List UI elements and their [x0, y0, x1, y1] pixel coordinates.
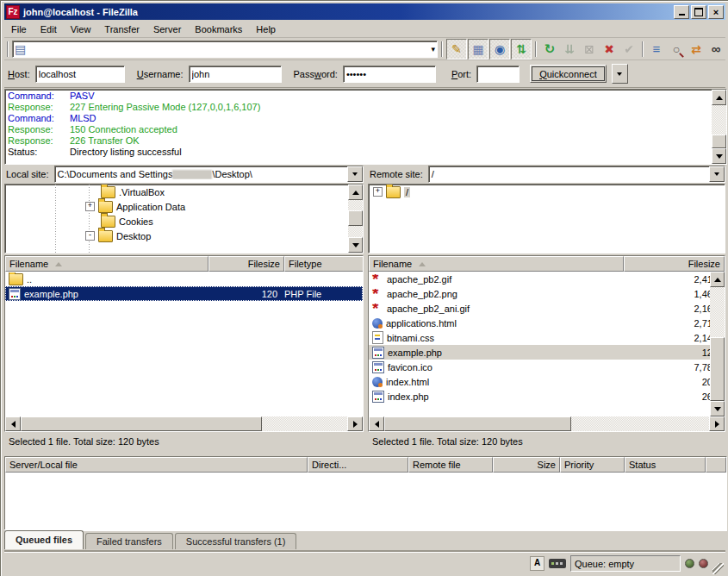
- tree-item-root[interactable]: + /: [369, 185, 725, 199]
- menu-help[interactable]: Help: [249, 22, 283, 36]
- quickconnect-dropdown[interactable]: [612, 64, 628, 84]
- refresh-button[interactable]: ↻: [540, 40, 559, 59]
- scroll-thumb[interactable]: [384, 416, 571, 431]
- toggle-remote-tree-button[interactable]: ◉: [489, 39, 510, 59]
- tree-expander-icon[interactable]: +: [85, 202, 95, 211]
- toggle-message-log-button[interactable]: ✎: [446, 39, 467, 59]
- scroll-thumb[interactable]: [712, 135, 726, 148]
- file-row-example-php[interactable]: example.php 120 PHP File 1: [5, 286, 363, 301]
- queue-column-priority[interactable]: Priority: [560, 457, 625, 473]
- cancel-operation-button[interactable]: ⊠: [580, 40, 599, 59]
- tab-failed-transfers[interactable]: Failed transfers: [85, 533, 173, 549]
- local-site-combobox[interactable]: C:\Documents and Settings\Desktop\: [54, 166, 364, 183]
- toolbar-separator: [7, 41, 9, 57]
- directory-comparison-icon: ≡: [653, 41, 661, 56]
- queue-column-size[interactable]: Size: [493, 457, 560, 473]
- log-scrollbar[interactable]: [712, 90, 726, 164]
- file-row-parent-dir[interactable]: ..: [5, 272, 363, 286]
- scroll-thumb[interactable]: [21, 416, 262, 431]
- toolbar-separator: [642, 41, 644, 57]
- folder-icon: [9, 273, 23, 285]
- menu-bookmarks[interactable]: Bookmarks: [188, 22, 249, 36]
- local-directory-tree: .VirtualBox +Application Data Cookies -D…: [4, 184, 364, 254]
- host-input[interactable]: [35, 66, 125, 83]
- file-row[interactable]: apache_pb2.png 1,463: [369, 286, 710, 301]
- file-row[interactable]: bitnami.css 2,142: [369, 330, 710, 345]
- file-row[interactable]: apache_pb2_ani.gif 2,160: [369, 301, 710, 316]
- process-queue-button[interactable]: ⇊: [560, 40, 579, 59]
- synchronized-browsing-icon: ⇄: [691, 42, 701, 56]
- local-column-filename[interactable]: Filename: [5, 256, 208, 272]
- close-button[interactable]: ×: [708, 5, 724, 19]
- local-status-text: Selected 1 file. Total size: 120 bytes: [4, 432, 364, 451]
- maximize-button[interactable]: [691, 5, 706, 19]
- scroll-thumb[interactable]: [348, 210, 363, 226]
- file-row[interactable]: applications.html 2,713: [369, 316, 710, 330]
- file-row[interactable]: index.php 267: [369, 389, 710, 404]
- menu-edit[interactable]: Edit: [34, 22, 64, 36]
- scroll-down-button[interactable]: [710, 401, 725, 416]
- local-site-dropdown[interactable]: [347, 166, 363, 182]
- remote-site-combobox[interactable]: /: [428, 166, 725, 183]
- scroll-right-button[interactable]: [347, 416, 363, 431]
- local-column-filesize[interactable]: Filesize: [208, 256, 284, 272]
- scroll-down-button[interactable]: [348, 237, 363, 253]
- quickconnect-button[interactable]: Quickconnect: [530, 65, 607, 83]
- scroll-up-button[interactable]: [710, 272, 725, 287]
- site-manager-dropdown-icon[interactable]: ▾: [431, 45, 435, 53]
- username-input[interactable]: [189, 66, 282, 83]
- site-manager-button[interactable]: ▤ ▾: [12, 41, 438, 58]
- scroll-right-button[interactable]: [709, 416, 725, 431]
- close-icon: ×: [713, 8, 719, 16]
- menu-server[interactable]: Server: [146, 22, 188, 36]
- filter-button[interactable]: ∞: [706, 40, 725, 59]
- file-row[interactable]: favicon.ico 7,782: [369, 360, 710, 374]
- tree-item-desktop[interactable]: -Desktop: [5, 229, 363, 243]
- port-input[interactable]: [476, 66, 520, 83]
- apache-file-icon: [372, 274, 383, 285]
- menu-view[interactable]: View: [64, 22, 98, 36]
- tree-item-cookies[interactable]: Cookies: [5, 214, 363, 229]
- file-row[interactable]: index.html 202: [369, 374, 710, 389]
- password-input[interactable]: [343, 66, 436, 83]
- remote-site-dropdown[interactable]: [709, 166, 725, 182]
- queue-column-remote-file[interactable]: Remote file: [408, 457, 493, 473]
- scroll-thumb[interactable]: [710, 337, 725, 401]
- tab-queued-files[interactable]: Queued files: [4, 530, 84, 549]
- host-label: Host:: [8, 69, 30, 79]
- remote-vscrollbar[interactable]: [710, 272, 725, 416]
- disconnect-button[interactable]: ✖: [600, 40, 619, 59]
- file-row-example-php[interactable]: example.php 120: [369, 345, 710, 360]
- tab-successful-transfers[interactable]: Successful transfers (1): [175, 533, 297, 549]
- local-hscrollbar[interactable]: [5, 416, 363, 431]
- scroll-down-button[interactable]: [712, 148, 726, 164]
- find-files-button[interactable]: ○: [667, 40, 686, 59]
- tree-item-virtualbox[interactable]: .VirtualBox: [5, 185, 363, 199]
- menu-file[interactable]: File: [4, 22, 34, 36]
- resize-grip[interactable]: [712, 563, 724, 574]
- remote-column-filesize[interactable]: Filesize: [624, 256, 725, 272]
- tree-expander-icon[interactable]: +: [373, 187, 383, 197]
- scroll-up-button[interactable]: [712, 90, 726, 105]
- toggle-transfer-queue-button[interactable]: ⇅: [511, 39, 532, 59]
- local-tree-scrollbar[interactable]: [348, 185, 363, 253]
- remote-column-filename[interactable]: Filename: [369, 256, 624, 272]
- local-file-list: Filename Filesize Filetype L .. example.…: [4, 255, 364, 432]
- toggle-local-tree-button[interactable]: ▦: [468, 39, 488, 59]
- scroll-left-button[interactable]: [369, 416, 384, 431]
- queue-column-direction[interactable]: Directi...: [308, 457, 408, 473]
- reconnect-button[interactable]: ✔: [619, 40, 638, 59]
- directory-comparison-button[interactable]: ≡: [647, 40, 666, 59]
- tree-item-application-data[interactable]: +Application Data: [5, 199, 363, 214]
- queue-column-status[interactable]: Status: [625, 457, 706, 473]
- scroll-up-button[interactable]: [348, 185, 363, 200]
- file-row[interactable]: apache_pb2.gif 2,414: [369, 272, 710, 286]
- menu-transfer[interactable]: Transfer: [97, 22, 146, 36]
- minimize-button[interactable]: [674, 5, 689, 19]
- queue-column-server-local-file[interactable]: Server/Local file: [5, 457, 308, 473]
- tree-expander-icon[interactable]: -: [85, 231, 95, 241]
- synchronized-browsing-button[interactable]: ⇄: [687, 40, 706, 59]
- local-column-filetype[interactable]: Filetype: [284, 256, 364, 272]
- scroll-left-button[interactable]: [5, 416, 21, 431]
- remote-hscrollbar[interactable]: [369, 416, 725, 431]
